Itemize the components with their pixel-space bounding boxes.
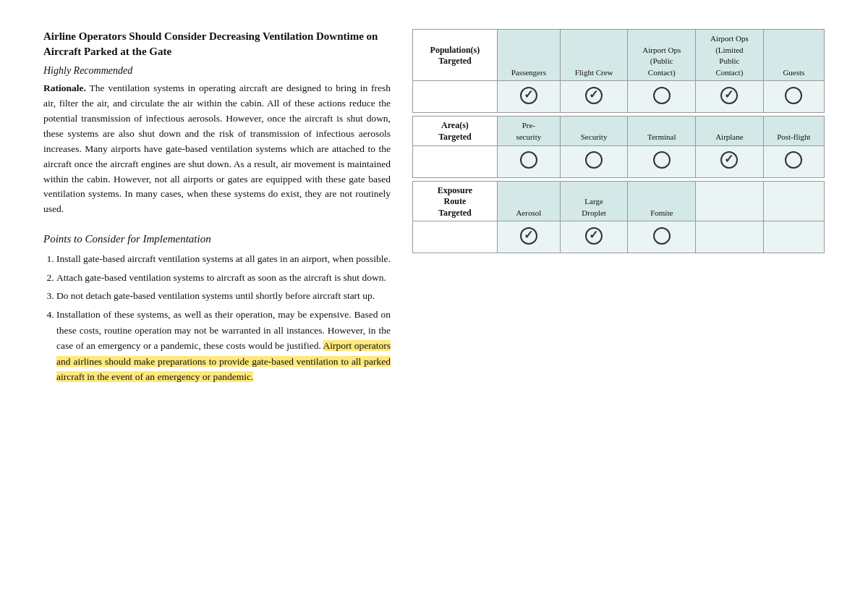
area-row-header: Area(s)Targeted: [413, 117, 498, 145]
col-fomite: Fomite: [628, 181, 696, 221]
cell-flight-crew-check: [560, 81, 628, 113]
cell-empty-1: [696, 221, 764, 253]
col-airport-ops-public: Airport Ops(PublicContact): [628, 30, 696, 81]
check-terminal: [653, 151, 671, 169]
list-item: Attach gate-based ventilation systems to…: [56, 270, 391, 286]
cell-presecurity-check: [497, 145, 560, 177]
list-item: Installation of these systems, as well a…: [56, 307, 391, 385]
area-row-spacer: [413, 145, 498, 177]
col-aerosol: Aerosol: [497, 181, 560, 221]
col-airport-ops-limited: Airport Ops(LimitedPublicContact): [696, 30, 764, 81]
rationale-text: The ventilation systems in operating air…: [43, 82, 391, 214]
recommendation-label: Highly Recommended: [43, 65, 391, 77]
rationale-label: Rationale.: [43, 82, 86, 93]
check-guests: [785, 87, 802, 104]
page-layout: Airline Operators Should Consider Decrea…: [43, 29, 825, 388]
check-airport-ops-limited: [720, 87, 738, 104]
cell-fomite-check: [628, 221, 696, 253]
population-header-row: Population(s)Targeted Passengers Flight …: [413, 30, 825, 81]
check-airplane: [720, 151, 738, 169]
population-row-header: Population(s)Targeted: [413, 30, 498, 81]
cell-aerosol-check: [497, 221, 560, 253]
rationale-paragraph: Rationale. The ventilation systems in op…: [43, 81, 391, 217]
population-row-spacer: [413, 81, 498, 113]
col-empty-1: [696, 181, 764, 221]
check-airport-ops-public: [653, 87, 671, 104]
list-item: Install gate-based aircraft ventilation …: [56, 251, 391, 267]
col-empty-2: [763, 181, 824, 221]
check-security: [585, 151, 603, 169]
check-large-droplet: [585, 227, 603, 245]
area-label: Area(s)Targeted: [438, 120, 472, 142]
points-title: Points to Consider for Implementation: [43, 233, 391, 245]
exposure-row-header: ExposureRouteTargeted: [413, 181, 498, 221]
cell-postflight-check: [763, 145, 824, 177]
col-security: Security: [560, 117, 628, 145]
col-guests: Guests: [763, 30, 824, 81]
exposure-data-row: [413, 221, 825, 253]
cell-passengers-check: [497, 81, 560, 113]
cell-empty-2: [763, 221, 824, 253]
col-presecurity: Pre-security: [497, 117, 560, 145]
check-presecurity: [520, 151, 537, 169]
highlighted-text: Airport operators and airlines should ma…: [56, 340, 391, 382]
col-airplane: Airplane: [696, 117, 764, 145]
article-title: Airline Operators Should Consider Decrea…: [43, 29, 391, 59]
col-terminal: Terminal: [628, 117, 696, 145]
col-large-droplet: LargeDroplet: [560, 181, 628, 221]
check-flight-crew: [585, 87, 603, 104]
check-postflight: [785, 151, 802, 169]
cell-terminal-check: [628, 145, 696, 177]
right-column: Population(s)Targeted Passengers Flight …: [412, 29, 825, 253]
cell-airplane-check: [696, 145, 764, 177]
points-list: Install gate-based aircraft ventilation …: [43, 251, 391, 385]
cell-security-check: [560, 145, 628, 177]
check-fomite: [653, 227, 671, 245]
check-passengers: [520, 87, 537, 104]
exposure-row-spacer: [413, 221, 498, 253]
exposure-header-row: ExposureRouteTargeted Aerosol LargeDropl…: [413, 181, 825, 221]
cell-airport-ops-public-check: [628, 81, 696, 113]
area-header-row: Area(s)Targeted Pre-security Security Te…: [413, 117, 825, 145]
cell-airport-ops-limited-check: [696, 81, 764, 113]
col-flight-crew: Flight Crew: [560, 30, 628, 81]
list-item: Do not detach gate-based ventilation sys…: [56, 288, 391, 304]
left-column: Airline Operators Should Consider Decrea…: [43, 29, 391, 388]
col-postflight: Post-flight: [763, 117, 824, 145]
population-label: Population(s)Targeted: [430, 45, 480, 67]
exposure-label: ExposureRouteTargeted: [438, 185, 472, 218]
check-aerosol: [520, 227, 537, 245]
area-data-row: [413, 145, 825, 177]
cell-large-droplet-check: [560, 221, 628, 253]
col-passengers: Passengers: [497, 30, 560, 81]
cell-guests-check: [763, 81, 824, 113]
criteria-table: Population(s)Targeted Passengers Flight …: [412, 29, 825, 253]
population-data-row: [413, 81, 825, 113]
